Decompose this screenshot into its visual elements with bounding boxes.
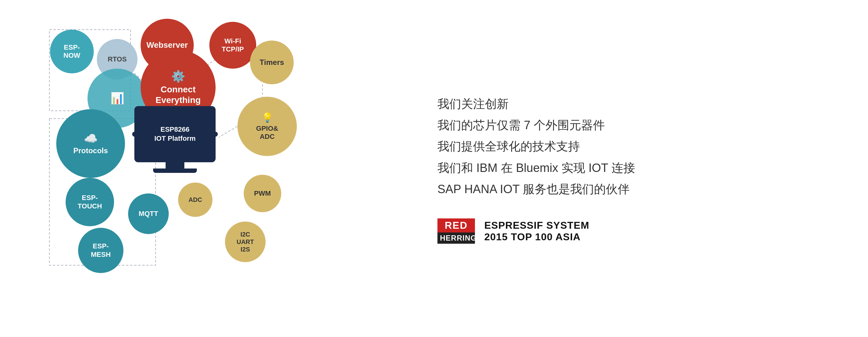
text-line-1: 我们关注创新 [437, 93, 843, 114]
connector-dot-right [213, 132, 218, 137]
bubble-esptouch: ESP- TOUCH [66, 178, 114, 226]
text-line-5: SAP HANA IOT 服务也是我们的伙伴 [437, 178, 843, 200]
diagram-section: ESP- NOW RTOS 📊 Webserver Wi-Fi TCP/IP ⚙… [25, 12, 400, 325]
red-herring-logo: RED HERRING [437, 218, 475, 244]
monitor-base [153, 168, 197, 173]
bubble-wifi: Wi-Fi TCP/IP [209, 22, 256, 69]
bubble-i2c: I2C UART I2S [225, 222, 266, 262]
gear-icon: ⚙️ [171, 70, 185, 83]
bubble-espnow: ESP- NOW [50, 30, 94, 73]
chart-icon: 📊 [110, 92, 124, 105]
text-line-4: 我们和 IBM 在 Bluemix 实现 IOT 连接 [437, 157, 843, 178]
text-section: 我们关注创新 我们的芯片仅需 7 个外围元器件 我们提供全球化的技术支持 我们和… [400, 93, 843, 244]
badge-award-line2: 2015 TOP 100 ASIA [484, 231, 589, 243]
bubble-espmesh: ESP- MESH [78, 228, 123, 273]
text-line-2: 我们的芯片仅需 7 个外围元器件 [437, 114, 843, 136]
bubble-timers: Timers [250, 40, 294, 84]
main-container: ESP- NOW RTOS 📊 Webserver Wi-Fi TCP/IP ⚙… [0, 0, 868, 337]
monitor-container: ESP8266 IOT Platform [131, 106, 219, 181]
connector-dot-left [132, 132, 137, 137]
badge-award-line1: ESPRESSIF SYSTEM [484, 220, 589, 231]
monitor-screen: ESP8266 IOT Platform [134, 106, 216, 162]
badge-container: RED HERRING ESPRESSIF SYSTEM 2015 TOP 10… [437, 218, 843, 244]
bubble-pwm: PWM [244, 175, 281, 212]
svg-line-7 [219, 126, 238, 137]
rh-bottom: HERRING [437, 233, 475, 244]
badge-text: ESPRESSIF SYSTEM 2015 TOP 100 ASIA [484, 220, 589, 243]
bubble-mqtt: MQTT [128, 194, 169, 234]
bubble-adc: ADC [178, 182, 213, 217]
text-lines: 我们关注创新 我们的芯片仅需 7 个外围元器件 我们提供全球化的技术支持 我们和… [437, 93, 843, 200]
bubble-gpio: 💡 GPIO& ADC [238, 97, 297, 156]
rh-top: RED [437, 218, 475, 233]
bulb-icon: 💡 [261, 112, 273, 123]
cloud-icon: ☁️ [84, 132, 98, 145]
text-line-3: 我们提供全球化的技术支持 [437, 136, 843, 157]
bubble-protocols: ☁️ Protocols [56, 109, 125, 178]
